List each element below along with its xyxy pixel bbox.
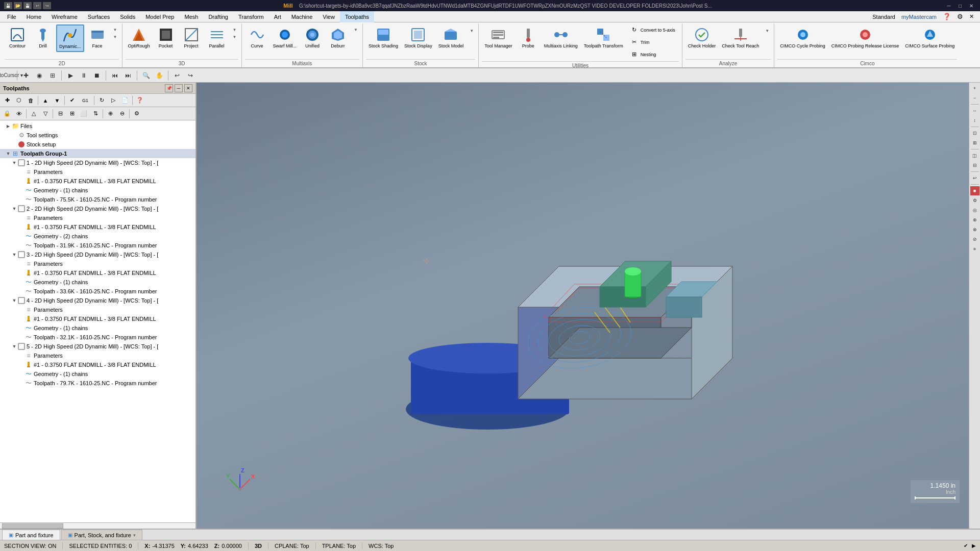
tree-tp1-tool[interactable]: #1 - 0.3750 FLAT ENDMILL - 3/8 FLAT ENDM…: [0, 177, 195, 186]
ptool-up[interactable]: ▲: [40, 95, 51, 106]
toolbar-view-btn[interactable]: ◉: [33, 69, 45, 82]
panel-close-btn[interactable]: ✕: [184, 84, 192, 92]
menu-drafting[interactable]: Drafting: [203, 11, 233, 22]
tree-tp3-params[interactable]: ≡ Parameters: [0, 259, 195, 268]
status-check-btn[interactable]: ✔: [964, 543, 968, 548]
3d-dropdown-2[interactable]: ▼: [230, 34, 238, 41]
tree-tp4-tool[interactable]: #1 - 0.3750 FLAT ENDMILL - 3/8 FLAT ENDM…: [0, 314, 195, 323]
settings-icon[interactable]: ⚙: [957, 13, 963, 20]
tree-tp4-params[interactable]: ≡ Parameters: [0, 305, 195, 314]
panel-pin-btn[interactable]: 📌: [165, 84, 173, 92]
menu-home[interactable]: Home: [21, 11, 46, 22]
menu-surfaces[interactable]: Surfaces: [83, 11, 115, 22]
rs-btn-8[interactable]: ⊟: [970, 161, 979, 170]
panel-minimize-btn[interactable]: ─: [175, 84, 183, 92]
tree-tp3[interactable]: ▼ 3 - 2D High Speed (2D Dynamic Mill) - …: [0, 250, 195, 259]
menu-wireframe[interactable]: Wireframe: [46, 11, 83, 22]
stock-shading-btn[interactable]: Stock Shading: [366, 24, 401, 51]
tree-tp5-tool[interactable]: #1 - 0.3750 FLAT ENDMILL - 3/8 FLAT ENDM…: [0, 360, 195, 369]
cimco-surface-probing-btn[interactable]: CIMCO Surface Probing: [902, 24, 957, 51]
toolpath-transform-btn[interactable]: Toolpath Transform: [581, 24, 626, 51]
tree-toolpath-group[interactable]: ▼ ⊞ Toolpath Group-1: [0, 149, 195, 158]
tree-tp5-params[interactable]: ≡ Parameters: [0, 351, 195, 360]
toolbar-grid-btn[interactable]: ⊞: [46, 69, 59, 82]
multiaxis-linking-btn[interactable]: Multiaxis Linking: [542, 24, 580, 51]
tree-tp2-nc[interactable]: 〜 Toolpath - 31.9K - 1610-25.NC - Progra…: [0, 241, 195, 250]
panel-header-controls[interactable]: 📌 ─ ✕: [165, 84, 192, 92]
rs-btn-1[interactable]: +: [970, 84, 979, 93]
2d-dropdown-2[interactable]: ▼: [111, 34, 119, 41]
menu-transform[interactable]: Transform: [233, 11, 269, 22]
tree-tp5[interactable]: ▼ 5 - 2D High Speed (2D Dynamic Mill) - …: [0, 342, 195, 351]
cimco-probing-release-btn[interactable]: CIMCO Probing Release License: [829, 24, 902, 51]
tree-tp1-nc[interactable]: 〜 Toolpath - 75.5K - 1610-25.NC - Progra…: [0, 195, 195, 204]
ptool2-sort[interactable]: ⇅: [90, 108, 101, 119]
analyze-dropdown[interactable]: ▼: [763, 28, 771, 35]
ptool-regen[interactable]: ↻: [96, 95, 107, 106]
cimco-cycle-probing-btn[interactable]: CIMCO Cycle Probing: [777, 24, 828, 51]
rs-btn-15[interactable]: ⊘: [970, 235, 979, 244]
project-btn[interactable]: Project: [179, 24, 204, 51]
tp4-expander[interactable]: ▼: [11, 298, 17, 303]
rs-btn-12[interactable]: ◎: [970, 206, 979, 215]
toolbar-stop-btn[interactable]: ⏹: [91, 69, 103, 82]
toolbar-forward-btn[interactable]: ⏭: [122, 69, 134, 82]
files-expander[interactable]: ▶: [5, 124, 11, 129]
curve-btn[interactable]: Curve: [245, 24, 270, 51]
rs-btn-4[interactable]: ↕: [970, 116, 979, 125]
deburr-btn[interactable]: Deburr: [326, 24, 350, 51]
tree-tp4-nc[interactable]: 〜 Toolpath - 32.1K - 1610-25.NC - Progra…: [0, 333, 195, 342]
nesting-btn[interactable]: ⊞ Nesting: [627, 49, 679, 60]
minimize-btn[interactable]: ─: [944, 2, 953, 9]
status-expand-btn[interactable]: ▶: [972, 543, 976, 548]
toolbar-redo-btn[interactable]: ↪: [184, 69, 197, 82]
ptool-help[interactable]: ❓: [134, 95, 145, 106]
drill-btn[interactable]: Drill: [31, 24, 55, 51]
tree-tool-settings[interactable]: ⚙ Tool settings: [0, 131, 195, 140]
tree-tp2-params[interactable]: ≡ Parameters: [0, 213, 195, 222]
ptool2-expand[interactable]: ⊕: [105, 108, 116, 119]
bottom-tab-part-stock[interactable]: ▣ Part, Stock, and fixture ▾: [61, 530, 142, 540]
toolbar-pan-btn[interactable]: ✋: [153, 69, 165, 82]
rs-btn-13[interactable]: ⊕: [970, 215, 979, 224]
ptool2-arrow-down[interactable]: ▽: [40, 108, 51, 119]
menu-mesh[interactable]: Mesh: [179, 11, 203, 22]
swarf-btn[interactable]: Swarf Mill...: [271, 24, 300, 51]
tp1-expander[interactable]: ▼: [11, 160, 17, 165]
toolbar-pause-btn[interactable]: ⏸: [78, 69, 90, 82]
pocket-btn[interactable]: Pocket: [154, 24, 178, 51]
stock-model-btn[interactable]: Stock Model: [436, 24, 467, 51]
toolbar-rewind-btn[interactable]: ⏮: [109, 69, 121, 82]
rs-btn-10[interactable]: ■: [970, 186, 979, 195]
close-tab-icon[interactable]: ✕: [969, 13, 974, 20]
ptool2-collapse[interactable]: ⊖: [116, 108, 128, 119]
tree-area[interactable]: ▶ 📁 Files ⚙ Tool settings Stock setup: [0, 120, 195, 522]
rs-btn-16[interactable]: ≡: [970, 244, 979, 254]
tp3-expander[interactable]: ▼: [11, 252, 17, 257]
title-right[interactable]: ─ □ ✕: [944, 2, 976, 9]
2d-dropdown-1[interactable]: ▼: [111, 27, 119, 34]
stock-dropdown[interactable]: ▼: [467, 28, 475, 35]
rs-btn-6[interactable]: ⊞: [970, 138, 979, 147]
tree-tp2[interactable]: ▼ 2 - 2D High Speed (2D Dynamic Mill) - …: [0, 204, 195, 213]
toolbar-select-btn[interactable]: ✚: [20, 69, 32, 82]
tree-tp1-params[interactable]: ≡ Parameters: [0, 167, 195, 177]
ptool2-arrow-up[interactable]: △: [28, 108, 39, 119]
toolbar-undo-btn[interactable]: ↩: [171, 69, 183, 82]
tree-tp5-geom[interactable]: 〜 Geometry - (1) chains: [0, 369, 195, 379]
tg-expander[interactable]: ▼: [5, 151, 11, 156]
rs-btn-9[interactable]: ↩: [970, 173, 979, 183]
ptool-delete[interactable]: 🗑: [25, 95, 36, 106]
ptool2-lock[interactable]: 🔒: [2, 108, 13, 119]
rs-btn-14[interactable]: ⊗: [970, 225, 979, 234]
rs-btn-11[interactable]: ⚙: [970, 196, 979, 205]
ptool-check[interactable]: ✔: [66, 95, 78, 106]
convert-5axis-btn[interactable]: ↻ Convert to 5-axis: [627, 24, 679, 36]
ptool-new[interactable]: ✚: [2, 95, 13, 106]
ptool2-grid[interactable]: ⊞: [66, 108, 78, 119]
contour-btn[interactable]: Contour: [5, 24, 30, 51]
autocursor-dropdown[interactable]: AutoCursor ▾: [2, 69, 14, 82]
stock-display-btn[interactable]: Stock Display: [402, 24, 435, 51]
unified-btn[interactable]: Unified: [300, 24, 325, 51]
ptool-verify[interactable]: ▷: [108, 95, 119, 106]
